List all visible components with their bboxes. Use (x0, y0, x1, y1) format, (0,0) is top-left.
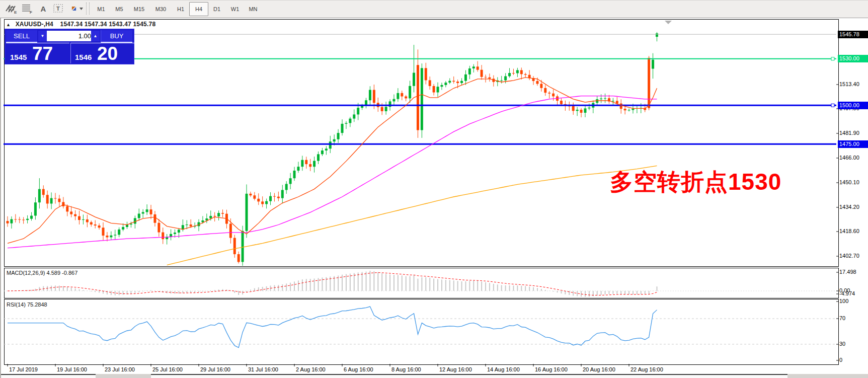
time-axis-label: 17 Jul 2019 (9, 366, 38, 372)
text-label-icon[interactable]: A (36, 2, 50, 15)
timeframe-button-w1[interactable]: W1 (225, 2, 245, 16)
timeframe-button-m30[interactable]: M30 (149, 2, 172, 16)
window-edge-gap (96, 374, 151, 378)
chart-annotation-text[interactable]: 多空转折点1530 (610, 167, 781, 198)
volume-input[interactable]: 1.00 (47, 31, 94, 41)
timeframe-button-h4[interactable]: H4 (189, 2, 208, 16)
ask-price-pips: 20 (97, 43, 118, 64)
rsi-axis-label: 0 (839, 357, 842, 363)
ask-price-button[interactable]: 1546 20 (70, 43, 134, 63)
timeframe-button-d1[interactable]: D1 (207, 2, 226, 16)
bid-price-button[interactable]: 1545 77 (6, 43, 69, 63)
timeframe-button-mn[interactable]: MN (244, 2, 263, 16)
rsi-panel (4, 299, 839, 365)
one-click-trading-panel: SELL ▼ 1.00 ▲ BUY 1545 77 1546 20 (5, 29, 134, 64)
time-axis-label: 23 Jul 16:00 (105, 366, 135, 372)
macd-axis-label: 17.498 (839, 269, 856, 275)
time-axis-label: 20 Aug 16:00 (583, 366, 615, 372)
grid-f-icon[interactable]: F (20, 2, 34, 15)
current-price-badge: 1545.78 (838, 31, 868, 38)
time-axis-label: 2 Aug 16:00 (296, 366, 326, 372)
bid-price-main: 1545 (10, 53, 27, 61)
window-edge-gap (787, 374, 868, 378)
rsi-label: RSI(14) 75.2848 (7, 301, 47, 308)
sell-button[interactable]: SELL (6, 30, 37, 43)
toolbar: E F A T M1M (0, 0, 868, 18)
price-tick-label: 1418.60 (839, 228, 859, 234)
svg-text:T: T (56, 6, 60, 12)
bid-price-pips: 77 (32, 43, 53, 64)
indicators-e-icon[interactable]: E (4, 2, 18, 15)
volume-decrease-button[interactable]: ▼ (38, 31, 47, 41)
timeframe-button-m15[interactable]: M15 (128, 2, 150, 16)
time-axis-label: 8 Aug 16:00 (391, 366, 421, 372)
time-axis-label: 31 Jul 16:00 (248, 366, 278, 372)
svg-text:F: F (30, 10, 32, 14)
toolbar-grip[interactable] (86, 3, 90, 15)
price-tick-label: 1481.90 (839, 130, 859, 136)
time-axis-label: 16 Aug 16:00 (535, 366, 568, 372)
docked-window-edge (1, 374, 96, 378)
time-axis-label: 29 Jul 16:00 (200, 366, 230, 372)
time-axis-label: 6 Aug 16:00 (344, 366, 373, 372)
objects-arrows-icon[interactable] (67, 2, 85, 15)
collapse-panel-icon[interactable]: ▲ (6, 22, 11, 27)
time-axis-label: 12 Aug 16:00 (439, 366, 472, 372)
symbol-period-label: XAUUSD-,H4 (16, 21, 53, 28)
chart-window (0, 18, 868, 378)
ohlc-values: 1547.34 1547.34 1543.47 1545.78 (60, 21, 156, 28)
mt4-terminal: E F A T M1M (0, 0, 868, 378)
chart-info-line: ▲ XAUUSD-,H4 1547.34 1547.34 1543.47 154… (6, 21, 155, 28)
price-level-badge: 1530.00 (838, 55, 868, 62)
macd-panel (4, 268, 839, 298)
ask-price-main: 1546 (75, 53, 92, 61)
timeframe-button-h1[interactable]: H1 (171, 2, 190, 16)
time-axis-label: 22 Aug 16:00 (630, 366, 663, 372)
time-axis-label: 25 Jul 16:00 (152, 366, 183, 372)
time-axis-label: 19 Jul 16:00 (57, 366, 87, 372)
svg-text:E: E (14, 10, 17, 14)
price-tick-label: 1466.00 (839, 155, 859, 161)
rsi-axis-label: 100 (839, 298, 848, 304)
time-axis-label: 14 Aug 16:00 (487, 366, 520, 372)
macd-axis-label: -4.974 (839, 290, 855, 296)
price-tick-label: 1513.40 (839, 81, 859, 87)
price-tick-label: 1402.70 (839, 253, 859, 259)
rsi-axis-label: 70 (839, 315, 845, 321)
buy-button[interactable]: BUY (101, 30, 132, 43)
macd-label: MACD(12,26,9) 4.589 -0.867 (7, 270, 77, 276)
price-level-badge: 1475.00 (838, 140, 868, 148)
rsi-axis-label: 30 (839, 341, 845, 347)
text-box-icon[interactable]: T (51, 2, 65, 15)
docked-window-edge (151, 374, 787, 378)
price-tick-label: 1450.10 (839, 179, 859, 185)
timeframe-button-m5[interactable]: M5 (110, 2, 129, 16)
price-level-badge: 1500.00 (838, 102, 868, 109)
price-tick-label: 1434.20 (839, 204, 859, 210)
volume-increase-button[interactable]: ▲ (91, 31, 100, 41)
timeframe-button-m1[interactable]: M1 (92, 2, 111, 16)
